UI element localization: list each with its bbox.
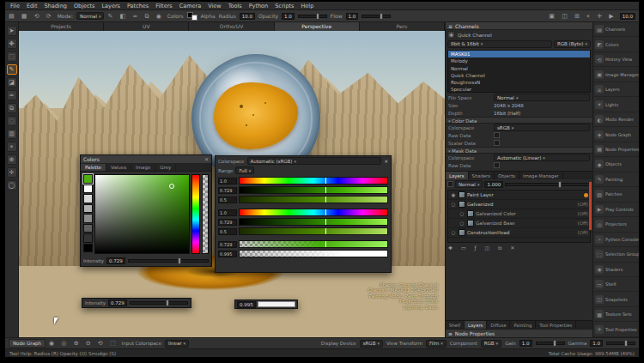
dock-item-play-controls[interactable]: ▶Play Controls <box>593 203 639 217</box>
dock-item-lights[interactable]: ☀Lights <box>593 97 639 112</box>
colors-panel-header[interactable]: Colors ✕ <box>81 155 211 164</box>
curve-value-field[interactable]: 1.0 <box>218 209 237 216</box>
tab-ortho-uv[interactable]: Ortho/UV <box>189 22 274 31</box>
paint-tool-icons[interactable]: ✎ ◧ ≈ ⧉ ◉ <box>107 13 163 20</box>
intensity-slider[interactable] <box>130 301 188 305</box>
tab-pers[interactable]: Pers <box>360 22 445 31</box>
green-ramp-strip[interactable] <box>239 227 388 235</box>
panel-menu-icon[interactable]: ≡ <box>448 23 453 29</box>
tab-shaders[interactable]: Shaders <box>469 172 495 179</box>
marquee-tool-icon[interactable]: ⬚ <box>7 51 17 62</box>
opacity-field[interactable]: 1.0 <box>282 13 295 20</box>
flow-slider-thumb[interactable] <box>380 13 383 20</box>
hue-strip[interactable] <box>191 174 200 254</box>
dock-item-colors[interactable]: ◩Colors <box>593 37 639 51</box>
dock-item-objects[interactable]: ◆Objects <box>593 157 639 172</box>
curve-value-field[interactable]: 0.729 <box>218 187 237 194</box>
dock-item-tool-properties[interactable]: ✛Tool Properties <box>593 322 639 336</box>
intensity-slider-thumb[interactable] <box>178 257 181 264</box>
layer-visibility-icon[interactable]: ○ <box>459 221 465 226</box>
layer-visibility-icon[interactable]: ○ <box>450 202 457 207</box>
menu-shading[interactable]: Shading <box>44 3 66 9</box>
dock-item-painting[interactable]: ✎Painting <box>593 172 639 187</box>
menu-scripts[interactable]: Scripts <box>275 3 294 9</box>
layer-opacity-slider[interactable] <box>505 183 591 186</box>
green-ramp-strip[interactable] <box>239 186 388 194</box>
tab-image-manager[interactable]: Image Manager <box>519 172 563 179</box>
view-transform-dropdown[interactable]: Film <box>426 340 447 348</box>
colorspace-dropdown[interactable]: Automatic (sRGB) <box>247 157 382 165</box>
layer-row[interactable]: ○ Galvanized Base (Off) <box>448 219 590 228</box>
curve-value-field[interactable]: 0.729 <box>218 219 237 226</box>
dock-item-node-graph[interactable]: ◈Node Graph <box>593 127 639 142</box>
tab-image[interactable]: Image <box>131 164 155 171</box>
dock-item-shaders[interactable]: ◉Shaders <box>593 263 639 277</box>
green-ramp-strip[interactable] <box>239 196 388 203</box>
tab-grey[interactable]: Grey <box>155 164 176 171</box>
curve-value-field[interactable]: 1.0 <box>218 178 237 185</box>
swatch-gray-5[interactable] <box>83 233 93 243</box>
tab-perspective[interactable]: Perspective <box>275 22 360 31</box>
menu-layers[interactable]: Layers <box>101 3 120 9</box>
menu-edit[interactable]: Edit <box>27 3 38 9</box>
swatch-green[interactable] <box>83 174 93 184</box>
channels-panel-header[interactable]: ≡ Channels <box>446 22 592 30</box>
menu-filters[interactable]: Filters <box>155 3 172 9</box>
alpha-strip[interactable] <box>202 174 209 254</box>
curve-value-field[interactable]: 0.729 <box>218 241 237 248</box>
colorspace-dropdown[interactable]: sRGB <box>494 124 590 131</box>
tab-projects[interactable]: Projects <box>19 22 104 31</box>
tab-layers-bottom[interactable]: Layers <box>465 321 487 329</box>
hue-ramp-strip[interactable] <box>239 177 388 185</box>
hue-ramp-strip[interactable] <box>239 209 388 216</box>
channel-item[interactable]: Specular <box>448 86 590 93</box>
radius-field[interactable]: 10.0 <box>240 13 255 20</box>
input-colorspace-dropdown[interactable]: linear <box>165 340 189 348</box>
pan-tool-icon[interactable]: ✛ <box>7 167 17 178</box>
swatch-white[interactable] <box>83 185 93 194</box>
dock-item-shelf[interactable]: ▭Shelf <box>593 277 639 292</box>
gain-field[interactable]: 1.0 <box>519 340 532 347</box>
green-ramp-strip[interactable] <box>239 218 388 226</box>
intensity-field[interactable]: 0.729 <box>108 299 127 306</box>
mask-raw-data-checkbox[interactable] <box>494 162 500 168</box>
eraser-tool-icon[interactable]: ◪ <box>7 77 17 88</box>
blur-tool-icon[interactable]: ◌ <box>7 116 17 126</box>
flow-slider[interactable] <box>361 15 391 18</box>
layer-opacity-field[interactable]: 1.000 <box>484 181 503 188</box>
mask-colorspace-dropdown[interactable]: Automatic (Linear) <box>494 154 590 161</box>
file-space-dropdown[interactable]: Normal <box>494 94 590 101</box>
dock-item-modo-render[interactable]: ◐Modo Render <box>593 112 639 127</box>
fg-bg-color-swatches[interactable] <box>187 12 197 21</box>
curve-value-field[interactable]: 0.995 <box>218 251 237 257</box>
blend-mode-dropdown[interactable]: Normal <box>455 180 483 188</box>
layer-lock-checkbox[interactable] <box>447 181 453 187</box>
menu-camera[interactable]: Camera <box>179 3 202 9</box>
dock-item-projectors[interactable]: ◎Projectors <box>593 217 639 232</box>
panel-menu-icon[interactable]: ≡ <box>448 331 453 336</box>
layer-opacity-slider-thumb[interactable] <box>558 181 562 188</box>
channel-item[interactable]: Quick Channel <box>448 72 590 79</box>
menu-file[interactable]: File <box>10 3 20 9</box>
tab-palette[interactable]: Palette <box>81 164 106 171</box>
channel-item[interactable]: MASK01 <box>448 51 590 57</box>
menu-tools[interactable]: Tools <box>228 3 242 9</box>
swatch-gray-2[interactable] <box>83 204 93 214</box>
dock-item-image-manager[interactable]: ▣Image Manager <box>593 67 639 82</box>
menu-view[interactable]: View <box>208 3 221 9</box>
gradient-tool-icon[interactable]: ▥ <box>7 129 17 139</box>
view-option-icons[interactable]: ▣ ◫ ⊞ ⌖ ✛ ▶ <box>549 13 616 20</box>
dock-item-layers[interactable]: ≡Layers <box>593 82 639 97</box>
tab-objects[interactable]: Objects <box>495 172 519 179</box>
zoom-tool-icon[interactable]: ⊕ <box>7 154 17 165</box>
raw-data-checkbox[interactable] <box>494 132 500 138</box>
layers-scrollbar[interactable] <box>589 182 592 230</box>
eyedropper-tool-icon[interactable]: ⌖ <box>7 142 17 152</box>
close-icon[interactable]: ✕ <box>204 156 209 162</box>
gain-slider-thumb[interactable] <box>553 340 556 347</box>
dock-item-selection-groups[interactable]: ⬚Selection Groups <box>593 247 639 262</box>
curve-value-field[interactable]: 0.5 <box>218 228 237 235</box>
channel-type-dropdown[interactable]: RGB (Byte) <box>554 40 591 48</box>
dock-item-node-properties[interactable]: ▦Node Properties <box>593 142 639 157</box>
intensity-slider-thumb[interactable] <box>166 299 169 306</box>
